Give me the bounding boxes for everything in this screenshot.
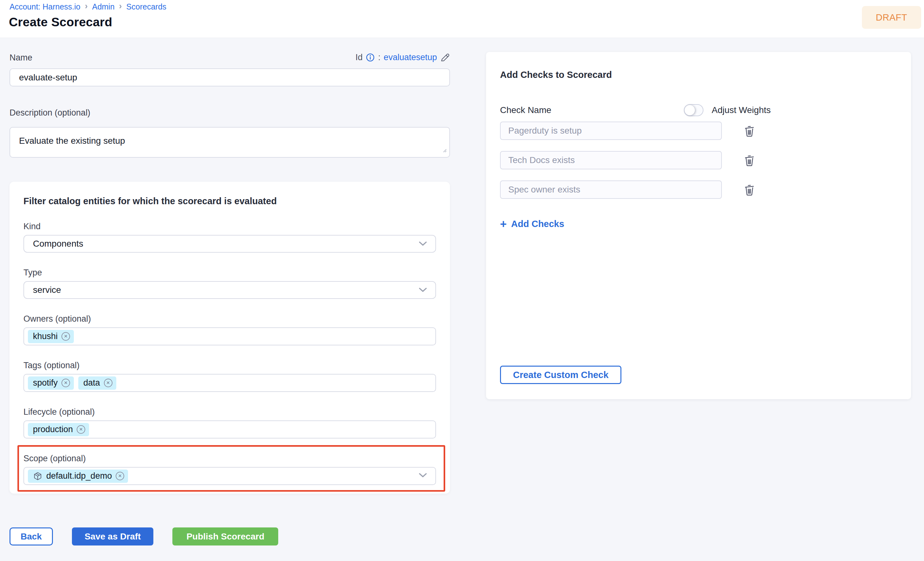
add-checks-card: Add Checks to Scorecard Check Name Adjus… (486, 52, 911, 399)
info-icon[interactable] (366, 53, 375, 62)
delete-check-button[interactable] (743, 183, 755, 196)
chip-label: default.idp_demo (46, 471, 112, 481)
remove-chip-icon[interactable]: × (62, 378, 70, 387)
check-name-row: Check Name Adjust Weights (500, 103, 897, 117)
check-input[interactable] (500, 151, 722, 169)
scorecard-form: Name Id : evaluatesetup (9, 38, 450, 546)
footer-actions: Back Save as Draft Publish Scorecard (9, 527, 450, 546)
delete-check-button[interactable] (743, 124, 755, 137)
adjust-weights-toggle[interactable] (684, 104, 704, 116)
create-custom-check-button[interactable]: Create Custom Check (500, 366, 621, 384)
kind-label: Kind (24, 221, 436, 231)
delete-check-button[interactable] (743, 154, 755, 166)
type-label: Type (24, 268, 436, 277)
owners-label: Owners (optional) (24, 314, 436, 323)
remove-chip-icon[interactable]: × (76, 425, 85, 434)
lifecycle-chip: production × (28, 423, 89, 436)
remove-chip-icon[interactable]: × (104, 378, 112, 387)
owners-input[interactable]: khushi × (24, 328, 436, 346)
save-as-draft-button[interactable]: Save as Draft (72, 527, 153, 546)
breadcrumb-scorecards-link[interactable]: Scorecards (126, 2, 166, 11)
owner-chip: khushi × (28, 330, 74, 343)
breadcrumb-admin-link[interactable]: Admin (92, 2, 115, 11)
edit-pencil-icon[interactable] (440, 52, 450, 62)
check-input[interactable] (500, 181, 722, 199)
description-textarea[interactable]: Evaluate the existing setup (9, 127, 450, 158)
lifecycle-input[interactable]: production × (24, 420, 436, 438)
adjust-weights-label: Adjust Weights (712, 105, 771, 115)
type-value: service (33, 285, 61, 295)
lifecycle-section: Lifecycle (optional) production × (24, 407, 436, 438)
id-row: Id : evaluatesetup (356, 52, 450, 62)
kind-section: Kind Components (24, 221, 436, 253)
chevron-down-icon (418, 287, 427, 293)
tags-section: Tags (optional) spotify × data × (24, 361, 436, 392)
type-section: Type service (24, 268, 436, 299)
chevron-down-icon (418, 473, 427, 479)
tags-label: Tags (optional) (24, 361, 436, 370)
chip-label: production (33, 425, 73, 434)
tag-chip: spotify × (28, 376, 74, 390)
cube-icon (33, 471, 42, 481)
breadcrumb-separator-icon: › (85, 1, 88, 11)
description-wrap: Evaluate the existing setup (9, 127, 450, 158)
kind-select[interactable]: Components (24, 235, 436, 253)
breadcrumb-account-link[interactable]: Account: Harness.io (9, 2, 81, 11)
resize-handle-icon[interactable] (441, 147, 447, 154)
check-input[interactable] (500, 121, 722, 140)
id-value-link[interactable]: evaluatesetup (384, 52, 437, 62)
name-input[interactable] (9, 68, 450, 87)
name-row: Name Id : evaluatesetup (9, 52, 450, 62)
remove-chip-icon[interactable]: × (116, 472, 124, 480)
description-label: Description (optional) (9, 108, 450, 117)
status-badge: DRAFT (862, 6, 921, 29)
scope-label: Scope (optional) (24, 454, 436, 463)
tags-input[interactable]: spotify × data × (24, 374, 436, 392)
tag-chip: data × (78, 376, 116, 390)
name-label: Name (9, 53, 32, 62)
back-button[interactable]: Back (9, 527, 53, 546)
chip-label: khushi (33, 332, 58, 341)
scope-select[interactable]: default.idp_demo × (24, 467, 436, 485)
type-select[interactable]: service (24, 281, 436, 299)
lifecycle-label: Lifecycle (optional) (24, 407, 436, 417)
create-scorecard-page: Account: Harness.io › Admin › Scorecards… (0, 0, 924, 561)
chip-label: data (83, 378, 100, 388)
add-checks-label: Add Checks (511, 219, 564, 229)
publish-scorecard-button[interactable]: Publish Scorecard (172, 527, 278, 546)
chip-label: spotify (33, 378, 58, 388)
id-label: Id (356, 52, 363, 62)
scope-section: Scope (optional) default.idp_demo (24, 454, 436, 485)
breadcrumb: Account: Harness.io › Admin › Scorecards (9, 2, 166, 12)
add-checks-heading: Add Checks to Scorecard (500, 52, 897, 80)
page-header: Account: Harness.io › Admin › Scorecards… (0, 0, 924, 38)
check-row (500, 181, 897, 199)
chevron-down-icon (418, 241, 427, 247)
filter-heading: Filter catalog entities for which the sc… (24, 182, 436, 206)
id-separator: : (378, 52, 381, 62)
check-row (500, 151, 897, 169)
breadcrumb-separator-icon: › (119, 1, 122, 11)
filter-card: Filter catalog entities for which the sc… (9, 182, 450, 494)
kind-value: Components (33, 239, 83, 249)
check-row (500, 121, 897, 140)
plus-icon: + (500, 220, 507, 228)
page-title: Create Scorecard (9, 15, 112, 29)
check-name-label: Check Name (500, 105, 551, 115)
scope-chip: default.idp_demo × (28, 470, 128, 483)
add-checks-link[interactable]: + Add Checks (500, 219, 564, 229)
remove-chip-icon[interactable]: × (62, 332, 70, 341)
toggle-knob (685, 105, 695, 115)
owners-section: Owners (optional) khushi × (24, 314, 436, 346)
